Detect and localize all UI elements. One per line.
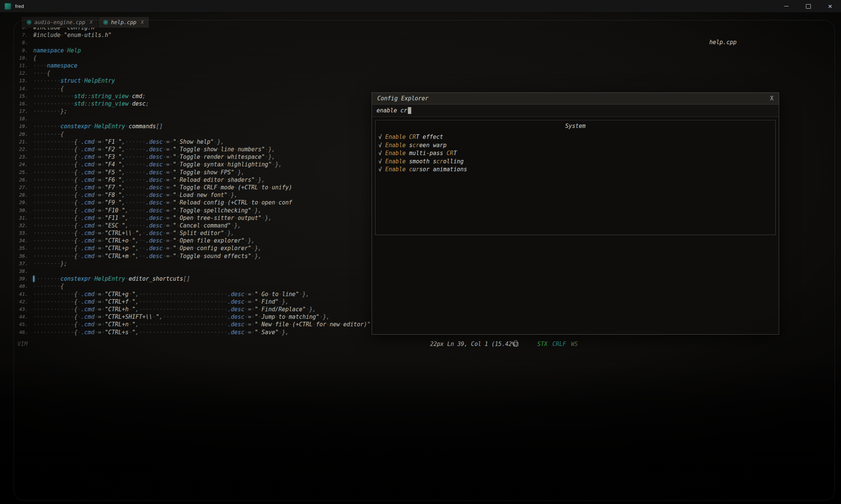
line-number: 23.: [11, 153, 28, 161]
status-toggles: STXCRLFWS: [537, 341, 578, 347]
line-number: 13.: [11, 77, 28, 85]
editor-mode-indicator: VIM: [17, 341, 28, 347]
tab-help-cpp[interactable]: help.cppX: [98, 17, 149, 28]
line-text: ········struct·HelpEntry: [33, 77, 115, 85]
line-text: ············{·.cmd·=·"F6·",······.desc·=…: [33, 176, 265, 184]
line-number: 21.: [11, 138, 28, 146]
tab-close-icon[interactable]: X: [141, 20, 144, 25]
line-number: 43.: [11, 306, 28, 313]
line-text: ············{·.cmd·=·"F9·",······.desc·=…: [33, 199, 292, 206]
line-number: 46.: [11, 329, 28, 336]
close-button[interactable]: ×: [819, 0, 841, 12]
line-text: ····{: [33, 69, 50, 77]
line-number: 10.: [11, 54, 28, 62]
line-text: ········};: [33, 260, 67, 267]
line-number: 31.: [11, 214, 28, 222]
line-text: ············{·.cmd·=·"F10·",·····.desc·=…: [33, 207, 261, 214]
line-number: 25.: [11, 169, 28, 176]
config-search-input[interactable]: enable cr: [372, 104, 779, 117]
line-text: ············std::string_view·cmd;: [33, 92, 146, 100]
code-line: 7.#include·"enum-utils.h": [11, 31, 381, 39]
code-line: 37.········};: [11, 260, 381, 267]
code-line: 11.····namespace: [11, 62, 381, 69]
tab-audio-engine-cpp[interactable]: audio-engine.cppX: [22, 17, 97, 28]
minimize-icon: [784, 6, 789, 6]
line-number: 42.: [11, 298, 28, 306]
code-line: 42.············{·.cmd·=·"CTRL+f·",······…: [11, 298, 381, 306]
config-option[interactable]: √Enable screen warp: [378, 141, 772, 150]
line-text: ············{·.cmd·=·"F2·",······.desc·=…: [33, 146, 275, 153]
tab-label: audio-engine.cpp: [34, 19, 85, 25]
code-area[interactable]: 6.#include·"config.h"7.#include·"enum-ut…: [11, 24, 381, 336]
line-text: ············{·.cmd·=·"CTRL+m·",··.desc·=…: [33, 252, 261, 260]
code-line: 18.: [11, 115, 381, 123]
minimize-button[interactable]: [775, 0, 797, 12]
status-toggle-crlf[interactable]: CRLF: [552, 341, 566, 347]
status-toggle-stx[interactable]: STX: [537, 341, 547, 347]
config-option[interactable]: √Enable CRT effect: [378, 133, 772, 141]
checkbox-checked-icon: √: [378, 158, 382, 165]
window-controls: ×: [775, 0, 841, 12]
line-text: ············{·.cmd·=·"CTRL+f·",·········…: [33, 298, 289, 306]
line-text: ············{·.cmd·=·"CTRL+n·",·········…: [33, 321, 381, 328]
line-text: ············{·.cmd·=·"F8·",······.desc·=…: [33, 191, 238, 199]
code-line: 43.············{·.cmd·=·"CTRL+h·",······…: [11, 306, 381, 313]
code-line: 41.············{·.cmd·=·"CTRL+g·",······…: [11, 290, 381, 298]
code-line: 34.············{·.cmd·=·"CTRL+o·",··.des…: [11, 237, 381, 244]
config-explorer-dialog: Config Explorer X enable cr System √Enab…: [372, 92, 779, 335]
line-text: ············{·.cmd·=·"CTRL+\\·",·.desc·=…: [33, 229, 234, 237]
code-line: 39.········constexpr·HelpEntry·editor_sh…: [11, 275, 381, 283]
lock-icon: [513, 342, 518, 346]
line-number: 38.: [11, 267, 28, 275]
line-text: ············{·.cmd·=·"F3·",······.desc·=…: [33, 153, 275, 161]
config-option[interactable]: √Enable smooth scrolling: [378, 158, 772, 166]
line-text: ············{·.cmd·=·"CTRL+o·",··.desc·=…: [33, 237, 255, 244]
tab-bar: audio-engine.cppXhelp.cppX: [22, 17, 149, 28]
code-line: 40.········{: [11, 283, 381, 290]
line-text: ····namespace: [33, 62, 77, 69]
maximize-icon: [806, 4, 811, 9]
code-line: 26.············{·.cmd·=·"F6·",······.des…: [11, 176, 381, 184]
line-text: #include·"enum-utils.h": [33, 31, 112, 39]
maximize-button[interactable]: [797, 0, 819, 12]
code-line: 36.············{·.cmd·=·"CTRL+m·",··.des…: [11, 252, 381, 260]
line-number: 22.: [11, 146, 28, 153]
line-text: ············{·.cmd·=·"CTRL+s·",·········…: [33, 329, 289, 336]
cursor-position-status: 22px Ln 39, Col 1 (15.42%): [430, 341, 519, 347]
code-line: 46.············{·.cmd·=·"CTRL+s·",······…: [11, 329, 381, 336]
code-line: 10.{: [11, 54, 381, 62]
code-line: 22.············{·.cmd·=·"F2·",······.des…: [11, 146, 381, 153]
line-text: ············{·.cmd·=·"CTRL+SHIFT+\\·",··…: [33, 313, 330, 321]
line-number: 37.: [11, 260, 28, 267]
line-text: {: [33, 54, 37, 62]
dialog-close-icon[interactable]: X: [770, 95, 773, 102]
line-number: 15.: [11, 92, 28, 100]
line-number: 40.: [11, 283, 28, 290]
code-line: 15.············std::string_view·cmd;: [11, 92, 381, 100]
config-option[interactable]: √Enable cursor animations: [378, 166, 772, 174]
line-number: 20.: [11, 131, 28, 138]
tab-close-icon[interactable]: X: [90, 20, 92, 25]
line-number: 17.: [11, 108, 28, 115]
code-line: 12.····{: [11, 69, 381, 77]
code-line: 45.············{·.cmd·=·"CTRL+n·",······…: [11, 321, 381, 328]
code-line: 33.············{·.cmd·=·"CTRL+\\·",·.des…: [11, 229, 381, 237]
line-text: ········{: [33, 283, 64, 290]
line-number: 28.: [11, 191, 28, 199]
line-number: 27.: [11, 184, 28, 191]
close-icon: ×: [828, 3, 832, 10]
code-line: 28.············{·.cmd·=·"F8·",······.des…: [11, 191, 381, 199]
code-line: 23.············{·.cmd·=·"F3·",······.des…: [11, 153, 381, 161]
code-line: 21.············{·.cmd·=·"F1·",······.des…: [11, 138, 381, 146]
line-number: 39.: [11, 275, 28, 283]
code-line: 29.············{·.cmd·=·"F9·",······.des…: [11, 199, 381, 206]
config-option[interactable]: √Enable multi-pass CRT: [378, 149, 772, 158]
line-number: 14.: [11, 85, 28, 92]
code-line: 35.············{·.cmd·=·"CTRL+p·",··.des…: [11, 244, 381, 252]
line-number: 18.: [11, 115, 28, 123]
title-bar: fred ×: [0, 0, 841, 13]
line-number: 29.: [11, 199, 28, 206]
line-number: 45.: [11, 321, 28, 328]
app-window: fred × 6.#include·"config.h"7.#include·"…: [0, 0, 841, 504]
status-toggle-ws[interactable]: WS: [571, 341, 578, 347]
